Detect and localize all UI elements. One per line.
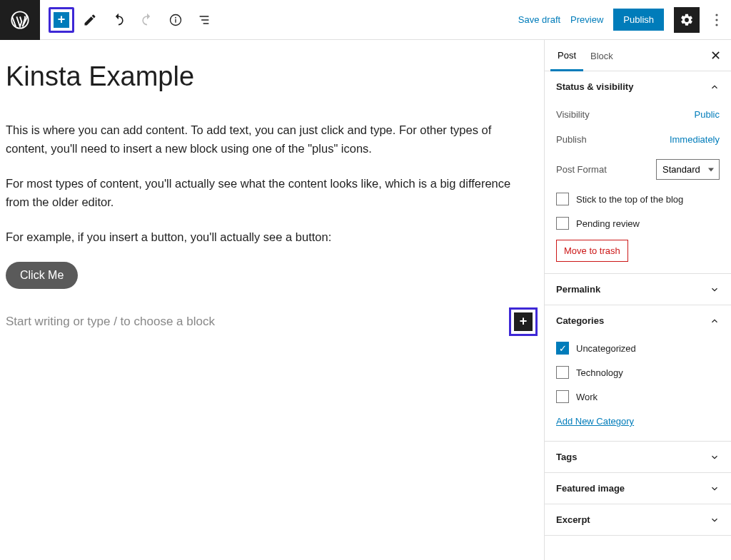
empty-block-row: Start writing or type / to choose a bloc…: [6, 307, 538, 336]
tab-post[interactable]: Post: [550, 40, 583, 71]
pending-review-label: Pending review: [576, 218, 640, 229]
paragraph-block[interactable]: This is where you can add content. To ad…: [6, 121, 534, 158]
category-checkbox-uncategorized[interactable]: ✓: [556, 342, 569, 355]
category-label: Technology: [576, 367, 623, 378]
list-outline-icon: [197, 13, 211, 27]
chevron-down-icon: [710, 515, 720, 525]
gear-icon: [680, 13, 694, 27]
panel-header-categories[interactable]: Categories: [545, 305, 731, 336]
panel-header-tags[interactable]: Tags: [545, 442, 731, 472]
settings-button[interactable]: [674, 7, 700, 33]
panel-title: Permalink: [556, 284, 600, 295]
close-icon: ✕: [710, 49, 721, 63]
outline-button[interactable]: [191, 7, 217, 33]
pencil-icon: [83, 13, 97, 27]
panel-title: Featured image: [556, 483, 625, 494]
plus-icon: +: [54, 12, 69, 28]
panel-excerpt: Excerpt: [545, 504, 731, 536]
svg-rect-3: [175, 19, 176, 22]
category-checkbox-technology[interactable]: [556, 366, 569, 379]
svg-point-5: [715, 19, 717, 21]
toolbar-left-group: +: [40, 7, 218, 33]
editor-canvas[interactable]: Kinsta Example This is where you can add…: [0, 40, 544, 560]
panel-header-permalink[interactable]: Permalink: [545, 274, 731, 305]
editor-topbar: + Save draft Preview Publish: [0, 0, 731, 40]
publish-value[interactable]: Immediately: [670, 134, 720, 145]
category-label: Uncategorized: [576, 343, 636, 354]
visibility-label: Visibility: [556, 109, 590, 120]
panel-tags: Tags: [545, 442, 731, 473]
panel-featured-image: Featured image: [545, 473, 731, 504]
plus-icon: +: [514, 312, 533, 331]
block-placeholder[interactable]: Start writing or type / to choose a bloc…: [6, 315, 509, 329]
wordpress-logo[interactable]: [0, 0, 40, 40]
more-options-button[interactable]: [710, 7, 724, 33]
undo-icon: [111, 13, 126, 27]
panel-title: Tags: [556, 452, 577, 462]
pending-review-checkbox[interactable]: [556, 217, 569, 230]
toolbar-right-group: Save draft Preview Publish: [518, 7, 731, 33]
close-sidebar-button[interactable]: ✕: [706, 48, 725, 63]
publish-label: Publish: [556, 134, 587, 145]
panel-header-excerpt[interactable]: Excerpt: [545, 504, 731, 535]
redo-button[interactable]: [134, 7, 160, 33]
category-label: Work: [576, 392, 598, 402]
panel-title: Excerpt: [556, 514, 590, 525]
undo-button[interactable]: [106, 7, 131, 33]
stick-checkbox[interactable]: [556, 193, 569, 205]
panel-title: Categories: [556, 315, 604, 326]
chevron-down-icon: [710, 452, 720, 462]
inline-add-block-button[interactable]: +: [509, 307, 538, 336]
svg-point-4: [715, 14, 717, 16]
panel-title: Status & visibility: [556, 81, 633, 92]
post-format-select[interactable]: Standard: [656, 159, 720, 180]
panel-header-featured-image[interactable]: Featured image: [545, 473, 731, 504]
sidebar-tabs: Post Block ✕: [545, 40, 731, 71]
panel-status-visibility: Status & visibility Visibility Public Pu…: [545, 71, 731, 274]
chevron-up-icon: [710, 316, 720, 326]
add-new-category-link[interactable]: Add New Category: [556, 409, 720, 429]
category-checkbox-work[interactable]: [556, 390, 569, 403]
panel-header-status[interactable]: Status & visibility: [545, 71, 731, 102]
stick-label: Stick to the top of the blog: [576, 194, 683, 205]
publish-button[interactable]: Publish: [613, 9, 664, 31]
edit-mode-button[interactable]: [77, 7, 103, 33]
info-icon: [168, 13, 183, 27]
kebab-icon: [715, 14, 718, 26]
button-block[interactable]: Click Me: [6, 262, 78, 289]
post-title[interactable]: Kinsta Example: [6, 61, 538, 92]
add-block-button[interactable]: +: [49, 7, 74, 33]
chevron-down-icon: [710, 285, 720, 295]
panel-permalink: Permalink: [545, 274, 731, 305]
post-format-label: Post Format: [556, 164, 607, 175]
visibility-value[interactable]: Public: [695, 109, 720, 120]
panel-categories: Categories ✓ Uncategorized Technology Wo…: [545, 305, 731, 442]
tab-block[interactable]: Block: [583, 41, 620, 70]
redo-icon: [140, 13, 154, 27]
svg-point-6: [715, 24, 717, 26]
info-button[interactable]: [163, 7, 188, 33]
post-format-select-wrap: Standard: [656, 159, 720, 180]
move-to-trash-button[interactable]: Move to trash: [556, 240, 628, 262]
settings-sidebar: Post Block ✕ Status & visibility Visibil…: [544, 40, 731, 560]
preview-button[interactable]: Preview: [570, 14, 603, 25]
paragraph-block[interactable]: For most types of content, you'll actual…: [6, 174, 534, 212]
svg-point-2: [175, 16, 176, 18]
chevron-down-icon: [710, 484, 720, 494]
save-draft-button[interactable]: Save draft: [518, 14, 560, 25]
paragraph-block[interactable]: For example, if you insert a button, you…: [6, 228, 534, 246]
chevron-up-icon: [710, 82, 720, 92]
